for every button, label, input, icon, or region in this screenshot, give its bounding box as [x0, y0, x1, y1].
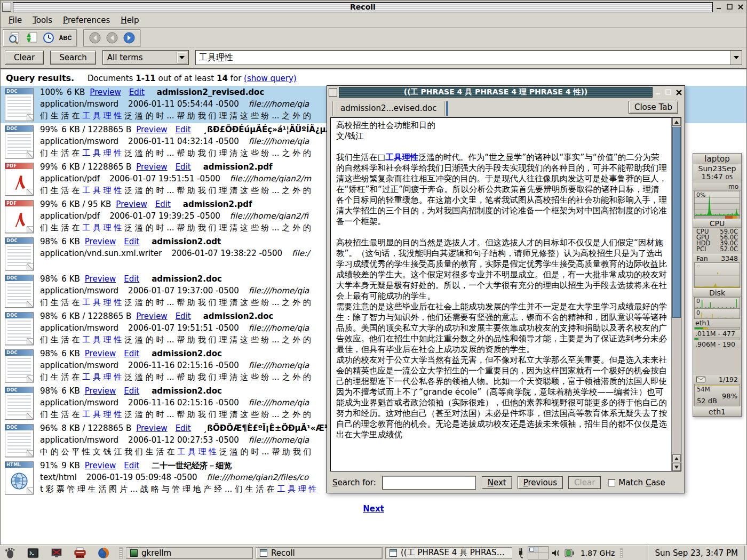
- result-edit-link[interactable]: Edit: [124, 461, 139, 470]
- result-edit-link[interactable]: Edit: [176, 423, 191, 433]
- search-button[interactable]: Search: [50, 51, 96, 65]
- clock-handle[interactable]: [620, 548, 623, 558]
- first-page-icon[interactable]: [88, 31, 102, 45]
- preview-scrollbar[interactable]: [671, 118, 681, 471]
- result-preview-link[interactable]: Preview: [136, 311, 167, 321]
- result-url: file:///home/qian2/files/co: [207, 473, 309, 482]
- find-next-button[interactable]: Next: [482, 476, 512, 489]
- result-title: admission2.doc: [152, 349, 222, 358]
- volume-icon[interactable]: [552, 549, 561, 557]
- show-query-link[interactable]: (show query): [244, 74, 297, 83]
- titlebar[interactable]: Recoll: [1, 1, 746, 13]
- next-page-link[interactable]: Next: [363, 504, 384, 514]
- result-size: 6 KB / 95 KB: [61, 199, 111, 209]
- result-preview-link[interactable]: Preview: [85, 386, 116, 396]
- screen-lock-icon[interactable]: [49, 547, 65, 559]
- result-edit-link[interactable]: Edit: [155, 199, 171, 209]
- typewriter-icon[interactable]: [72, 547, 88, 559]
- menu-help[interactable]: Help: [116, 14, 144, 27]
- fan-chart: [694, 262, 740, 288]
- result-edit-link[interactable]: Edit: [124, 237, 139, 246]
- preview-window: ((工 PHRASE 4 具 PHRASE 4 理 PHRASE 4 性)) a…: [327, 85, 685, 493]
- result-preview-link[interactable]: Preview: [85, 349, 116, 358]
- result-preview-link[interactable]: Preview: [116, 199, 147, 209]
- scroll-up-icon[interactable]: [672, 118, 681, 126]
- workspace-pager[interactable]: [528, 546, 549, 559]
- doc-file-icon: DOC: [5, 275, 34, 308]
- scrollbar-thumb[interactable]: [672, 127, 681, 318]
- power-plug-icon[interactable]: [517, 548, 525, 558]
- workspace-1[interactable]: [528, 547, 538, 553]
- maximize-icon[interactable]: [725, 3, 734, 12]
- terminal-icon[interactable]: [25, 547, 41, 559]
- firefox-icon[interactable]: [96, 547, 112, 559]
- task-list: gkrellmRecoll((工 PHRASE 4 具 PHRASE ...: [126, 547, 515, 559]
- find-input[interactable]: [382, 476, 476, 490]
- result-edit-link[interactable]: Edit: [176, 311, 191, 321]
- result-preview-link[interactable]: Preview: [85, 461, 116, 470]
- result-preview-link[interactable]: Preview: [136, 162, 167, 172]
- result-edit-link[interactable]: Edit: [124, 274, 139, 284]
- query-history-icon[interactable]: [730, 51, 742, 65]
- term-explorer-icon[interactable]: ÅBĈ: [58, 31, 73, 45]
- result-mime: application/vnd.sun.xml.writer: [40, 249, 162, 258]
- match-case-checkbox[interactable]: [608, 479, 615, 486]
- sort-icon[interactable]: [24, 31, 38, 45]
- preview-close-icon[interactable]: [674, 88, 683, 97]
- result-edit-link[interactable]: Edit: [124, 386, 139, 396]
- disk-read-chart: 0: [694, 297, 740, 309]
- search-input[interactable]: [196, 51, 730, 65]
- taskbar-clock[interactable]: Sun Sep 23, 3:47 PM: [648, 546, 745, 560]
- toolbar-group-tools: ÅBĈ: [3, 29, 77, 46]
- result-preview-link[interactable]: Preview: [136, 423, 167, 433]
- gkrellm-hostname: laptop: [693, 154, 741, 164]
- preview-text[interactable]: 高校招生的社会功能和目的文/钱江 我们生活在□工具理性泛滥的时代。作为“世之显学…: [336, 120, 667, 471]
- menu-tools[interactable]: Tools: [28, 14, 57, 27]
- result-url: file:///home/qia: [249, 99, 309, 109]
- workspace-4[interactable]: [538, 553, 548, 559]
- find-clear-button[interactable]: Clear: [568, 476, 601, 489]
- preview-tab[interactable]: admission2...evised.doc: [332, 101, 444, 116]
- result-url: file:///home/qia: [249, 286, 309, 295]
- result-preview-link[interactable]: Preview: [85, 274, 116, 284]
- next-page-icon[interactable]: [122, 31, 136, 45]
- menubar: FileToolsPreferencesHelp: [1, 13, 746, 28]
- find-previous-button[interactable]: Previous: [518, 476, 563, 489]
- scroll-up2-icon[interactable]: [672, 454, 681, 462]
- clear-button[interactable]: Clear: [5, 51, 44, 65]
- page-fold-icon: [27, 301, 34, 308]
- result-edit-link[interactable]: Edit: [176, 125, 191, 134]
- result-edit-link[interactable]: Edit: [124, 349, 139, 358]
- result-edit-link[interactable]: Edit: [129, 87, 145, 97]
- close-icon[interactable]: [736, 3, 745, 12]
- close-tab-button[interactable]: Close Tab: [629, 101, 678, 114]
- gkrellm-panel[interactable]: laptop Sun23Sep 15:47 05 mo 0% CPU CPU59…: [693, 153, 742, 417]
- menu-file[interactable]: File: [4, 14, 27, 27]
- sensor-list: CPU59.0CGPU56.0CHDD39.0CPCI52.0C: [693, 228, 741, 254]
- workspace-3[interactable]: [528, 553, 538, 559]
- result-preview-link[interactable]: Preview: [90, 87, 121, 97]
- taskbar-task[interactable]: Recoll: [256, 547, 383, 559]
- search-docs-icon[interactable]: [7, 31, 21, 45]
- prev-page-icon[interactable]: [105, 31, 119, 45]
- workspace-2[interactable]: [538, 547, 548, 553]
- gnome-menu-icon[interactable]: [2, 547, 18, 559]
- preview-minimize-icon[interactable]: [654, 88, 663, 97]
- taskbar-task[interactable]: ((工 PHRASE 4 具 PHRASE ...: [385, 547, 512, 559]
- panel-handle[interactable]: [119, 547, 123, 559]
- result-preview-link[interactable]: Preview: [136, 125, 167, 134]
- minimize-icon[interactable]: [714, 3, 724, 12]
- scroll-down-icon[interactable]: [672, 463, 681, 471]
- result-date: 2006-01-11 04:32:14 -0500: [128, 137, 239, 146]
- cpu-freq-icon[interactable]: [565, 548, 575, 558]
- preview-titlebar[interactable]: ((工 PHRASE 4 具 PHRASE 4 理 PHRASE 4 性)): [327, 86, 685, 99]
- result-mime: application/pdf: [40, 211, 100, 221]
- preview-maximize-icon[interactable]: [664, 88, 673, 97]
- menu-preferences[interactable]: Preferences: [58, 14, 115, 27]
- taskbar-task[interactable]: gkrellm: [126, 547, 253, 559]
- disk-read-label: 0: [696, 298, 700, 305]
- result-edit-link[interactable]: Edit: [176, 162, 191, 172]
- result-preview-link[interactable]: Preview: [85, 237, 116, 246]
- search-mode-select[interactable]: All terms: [102, 50, 189, 65]
- sort-by-date-icon[interactable]: [41, 31, 55, 45]
